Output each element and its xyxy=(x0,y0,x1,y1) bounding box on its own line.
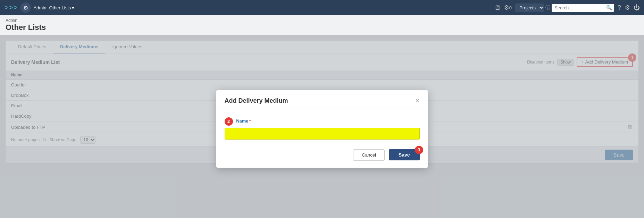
screen-icon[interactable]: 🖥 xyxy=(494,4,500,11)
admin-label[interactable]: Admin xyxy=(34,5,47,10)
projects-select[interactable]: Projects xyxy=(515,3,544,12)
modal-header: Add Delivery Medium × xyxy=(216,90,428,109)
count-badge: 0 xyxy=(509,5,512,10)
search-wrap: Projects ⓘ 🔍 xyxy=(515,3,614,12)
gear-icon[interactable]: ⚙ xyxy=(504,4,509,11)
otherlists-nav[interactable]: Other Lists ▾ xyxy=(49,5,74,10)
logout-icon[interactable]: ⏻ xyxy=(634,4,640,11)
modal-close-button[interactable]: × xyxy=(416,97,420,104)
breadcrumb-area: Admin Other Lists xyxy=(0,15,644,35)
modal-body: 2 Name* xyxy=(216,109,428,145)
info-icon: ⓘ xyxy=(545,5,550,11)
modal-overlay: Add Delivery Medium × 2 Name* Cancel Sav… xyxy=(0,35,644,218)
modal-title: Add Delivery Medium xyxy=(225,97,288,104)
name-input[interactable] xyxy=(225,128,420,140)
cancel-button[interactable]: Cancel xyxy=(353,149,384,161)
search-input[interactable] xyxy=(552,4,614,12)
topbar: >>> ⚙ Admin Other Lists ▾ 🖥 ⚙ 0 Projects… xyxy=(0,0,644,15)
badge-2: 2 xyxy=(225,117,233,126)
settings-icon[interactable]: ⚙ xyxy=(625,4,630,11)
required-marker: * xyxy=(249,118,251,124)
topbar-right: 🖥 ⚙ 0 Projects ⓘ 🔍 ? ⚙ ⏻ xyxy=(494,3,640,12)
logo[interactable]: >>> xyxy=(4,3,18,12)
badge-3: 3 xyxy=(415,146,423,154)
logo-arrows: >>> xyxy=(4,3,18,12)
search-icon: 🔍 xyxy=(606,5,612,10)
name-label: Name* xyxy=(236,118,251,124)
modal-dialog: Add Delivery Medium × 2 Name* Cancel Sav… xyxy=(216,90,428,168)
page-title: Other Lists xyxy=(6,23,638,32)
modal-footer: Cancel Save 3 xyxy=(216,145,428,168)
gear-count-wrap: ⚙ 0 xyxy=(504,4,512,11)
main-area: Default Prices Delivery Mediums Ignored … xyxy=(0,35,644,218)
app-icon: ⚙ xyxy=(20,2,31,13)
breadcrumb-parent: Admin xyxy=(6,18,638,23)
help-icon[interactable]: ? xyxy=(618,4,621,11)
